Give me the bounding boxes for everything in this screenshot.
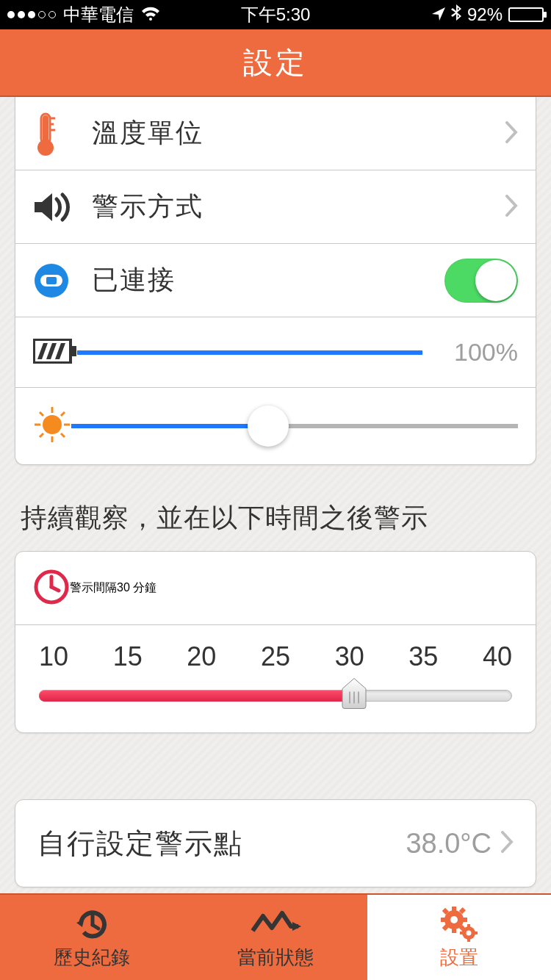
custom-alert-value: 38.0°C	[406, 828, 491, 860]
svg-rect-10	[71, 346, 76, 356]
wifi-icon	[141, 4, 160, 25]
tab-bar: 歷史紀錄 當前狀態	[0, 893, 551, 980]
row-custom-alert-point[interactable]: 自行設定警示點 38.0°C	[15, 800, 536, 887]
tick-label: 10	[39, 641, 68, 672]
tick-label: 15	[113, 641, 143, 672]
tab-current-label: 當前狀態	[237, 945, 314, 970]
svg-line-17	[61, 433, 65, 437]
brightness-slider[interactable]	[71, 424, 518, 428]
interval-slider-container: 10 15 20 25 30 35 40	[15, 625, 536, 732]
tab-settings[interactable]: 設置	[367, 895, 551, 980]
tick-label: 40	[483, 641, 512, 672]
svg-rect-41	[467, 937, 470, 942]
alert-method-label: 警示方式	[92, 189, 505, 225]
svg-rect-43	[473, 932, 478, 934]
alert-interval-label: 警示間隔	[70, 580, 117, 596]
clock-label: 下午5:30	[186, 3, 364, 26]
battery-icon	[508, 7, 544, 22]
chevron-right-icon	[500, 831, 514, 856]
row-brightness	[15, 388, 536, 464]
bluetooth-icon	[451, 4, 461, 25]
sun-icon	[33, 406, 71, 447]
alert-interval-value: 30 分鐘	[117, 580, 156, 596]
chevron-right-icon	[505, 121, 518, 146]
tick-label: 30	[335, 641, 364, 672]
svg-point-29	[450, 916, 458, 923]
location-icon	[432, 4, 445, 25]
row-connected: 已連接	[15, 244, 536, 317]
thermometer-icon	[33, 111, 92, 156]
tick-label: 35	[408, 641, 438, 672]
row-alert-interval: 警示間隔 30 分鐘	[15, 552, 536, 625]
interval-slider-thumb[interactable]	[339, 677, 369, 709]
carrier-label: 中華電信	[63, 3, 134, 26]
battery-progress	[77, 350, 422, 355]
gear-icon	[439, 905, 479, 942]
status-bar: 中華電信 下午5:30 92%	[0, 0, 551, 29]
row-alert-method[interactable]: 警示方式	[15, 170, 536, 244]
history-icon	[73, 905, 110, 942]
custom-alert-label: 自行設定警示點	[37, 825, 406, 862]
tab-history-label: 歷史紀錄	[54, 945, 130, 970]
svg-point-39	[467, 930, 472, 935]
battery-icon	[33, 339, 77, 367]
interval-section-title: 持續觀察，並在以下時間之後警示	[0, 465, 551, 551]
clock-icon	[33, 569, 70, 608]
interval-slider[interactable]	[39, 688, 512, 703]
battery-percent-value: 100%	[437, 338, 518, 367]
svg-point-11	[43, 415, 62, 434]
temperature-unit-label: 溫度單位	[92, 115, 505, 151]
svg-rect-1	[43, 115, 48, 145]
svg-line-16	[40, 412, 43, 416]
svg-line-18	[61, 412, 65, 416]
svg-rect-31	[452, 927, 456, 933]
connected-label: 已連接	[92, 262, 444, 298]
interval-ticks: 10 15 20 25 30 35 40	[39, 641, 512, 672]
svg-line-27	[93, 925, 98, 929]
signal-dots-icon	[7, 11, 56, 18]
page-header: 設定	[0, 29, 551, 97]
row-temperature-unit[interactable]: 溫度單位	[15, 97, 536, 170]
tab-current[interactable]: 當前狀態	[184, 895, 367, 980]
svg-rect-30	[452, 907, 456, 912]
speaker-icon	[33, 190, 92, 224]
tab-settings-label: 設置	[440, 945, 478, 970]
svg-rect-40	[467, 924, 470, 929]
svg-line-19	[40, 433, 43, 437]
svg-rect-42	[460, 932, 464, 934]
svg-rect-33	[461, 918, 467, 922]
chevron-right-icon	[505, 195, 518, 220]
battery-percent-label: 92%	[467, 4, 503, 25]
connected-toggle[interactable]	[444, 259, 518, 303]
brightness-slider-thumb[interactable]	[248, 406, 289, 447]
device-icon	[33, 262, 92, 299]
page-title: 設定	[243, 43, 308, 83]
tick-label: 25	[261, 641, 290, 672]
tick-label: 20	[187, 641, 216, 672]
svg-rect-32	[441, 918, 447, 922]
svg-rect-8	[46, 277, 57, 284]
activity-icon	[250, 905, 301, 942]
row-battery-level: 100%	[15, 317, 536, 388]
tab-history[interactable]: 歷史紀錄	[0, 895, 184, 980]
svg-line-22	[51, 587, 59, 591]
